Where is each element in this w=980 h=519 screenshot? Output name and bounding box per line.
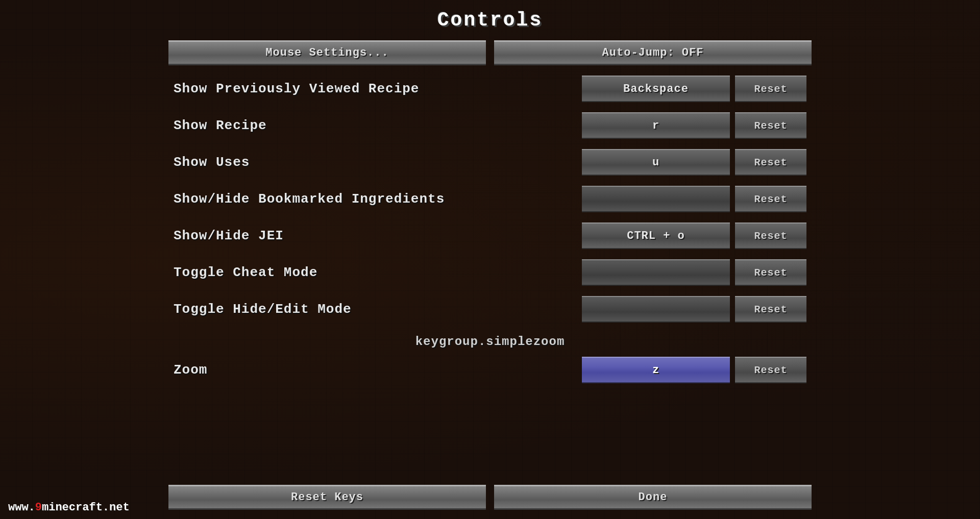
setting-label-zoom: Zoom <box>174 362 582 378</box>
setting-label-toggle-cheat: Toggle Cheat Mode <box>174 265 582 280</box>
settings-list: Show Previously Viewed Recipe Backspace … <box>168 70 812 388</box>
setting-key-show-prev-recipe[interactable]: Backspace <box>582 76 730 102</box>
setting-row-toggle-hide-edit: Toggle Hide/Edit Mode Reset <box>168 291 812 328</box>
setting-row-show-recipe: Show Recipe r Reset <box>168 107 812 144</box>
reset-keys-button[interactable]: Reset Keys <box>168 485 486 510</box>
setting-key-zoom[interactable]: z <box>582 357 730 383</box>
setting-reset-zoom[interactable]: Reset <box>735 357 806 383</box>
bottom-buttons-row: Reset Keys Done <box>168 485 812 510</box>
setting-reset-show-prev-recipe[interactable]: Reset <box>735 76 806 102</box>
setting-reset-show-hide-jei[interactable]: Reset <box>735 223 806 249</box>
setting-row-show-hide-jei: Show/Hide JEI CTRL + o Reset <box>168 217 812 254</box>
setting-label-show-hide-jei: Show/Hide JEI <box>174 228 582 243</box>
setting-key-show-uses[interactable]: u <box>582 149 730 176</box>
auto-jump-button[interactable]: Auto-Jump: OFF <box>494 40 812 65</box>
setting-row-show-prev-recipe: Show Previously Viewed Recipe Backspace … <box>168 70 812 107</box>
setting-row-show-hide-bookmarked: Show/Hide Bookmarked Ingredients Reset <box>168 181 812 217</box>
setting-label-show-prev-recipe: Show Previously Viewed Recipe <box>174 81 582 96</box>
setting-row-zoom: Zoom z Reset <box>168 352 812 388</box>
setting-key-toggle-cheat[interactable] <box>582 259 730 286</box>
setting-reset-toggle-cheat[interactable]: Reset <box>735 259 806 286</box>
setting-label-toggle-hide-edit: Toggle Hide/Edit Mode <box>174 302 582 317</box>
settings-area: Show Previously Viewed Recipe Backspace … <box>168 70 812 480</box>
setting-reset-show-hide-bookmarked[interactable]: Reset <box>735 186 806 212</box>
setting-row-toggle-cheat: Toggle Cheat Mode Reset <box>168 254 812 291</box>
top-buttons-row: Mouse Settings... Auto-Jump: OFF <box>168 40 812 65</box>
setting-key-show-hide-jei[interactable]: CTRL + o <box>582 223 730 249</box>
setting-reset-show-uses[interactable]: Reset <box>735 149 806 176</box>
setting-label-show-hide-bookmarked: Show/Hide Bookmarked Ingredients <box>174 191 582 207</box>
setting-row-show-uses: Show Uses u Reset <box>168 144 812 181</box>
setting-reset-toggle-hide-edit[interactable]: Reset <box>735 296 806 323</box>
setting-label-show-recipe: Show Recipe <box>174 118 582 133</box>
setting-reset-show-recipe[interactable]: Reset <box>735 112 806 139</box>
group-header-simplezoom: keygroup.simplezoom <box>168 328 812 352</box>
setting-key-show-recipe[interactable]: r <box>582 112 730 139</box>
setting-key-toggle-hide-edit[interactable] <box>582 296 730 323</box>
setting-label-show-uses: Show Uses <box>174 155 582 170</box>
done-button[interactable]: Done <box>494 485 812 510</box>
mouse-settings-button[interactable]: Mouse Settings... <box>168 40 486 65</box>
page-title: Controls <box>437 9 543 31</box>
setting-key-show-hide-bookmarked[interactable] <box>582 186 730 212</box>
